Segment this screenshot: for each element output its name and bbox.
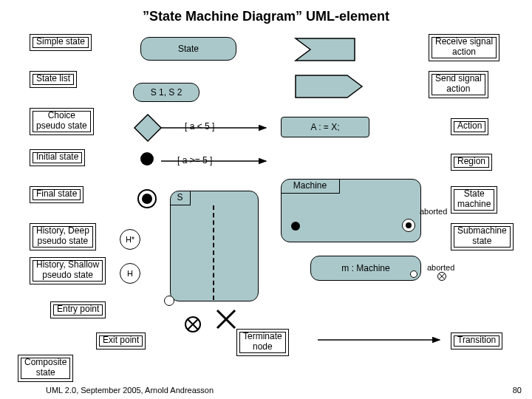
uml-exit-point xyxy=(185,316,201,332)
uml-s1s2-text: S 1, S 2 xyxy=(151,87,183,98)
label-action: Action xyxy=(451,118,488,135)
uml-action-text: A : = X; xyxy=(310,122,339,132)
label-composite-state: Composite state xyxy=(18,355,73,382)
uml-state-list: S 1, S 2 xyxy=(133,83,200,102)
svg-marker-0 xyxy=(296,38,355,61)
submachine-exit-stub xyxy=(410,270,417,278)
uml-composite-s xyxy=(170,191,259,301)
footer-text: UML 2.0, September 2005, Arnold Andreass… xyxy=(46,386,214,395)
svg-marker-2 xyxy=(134,115,161,141)
guard-alt5: [ a < 5 ] xyxy=(185,121,214,132)
svg-line-7 xyxy=(217,310,235,328)
label-exit-point: Exit point xyxy=(96,332,146,349)
uml-action-box: A : = X; xyxy=(281,117,369,137)
svg-line-8 xyxy=(217,310,235,328)
label-final-state: Final state xyxy=(30,186,83,203)
label-region: Region xyxy=(451,154,492,171)
uml-simple-state: State xyxy=(140,37,236,61)
page-title: ”State Machine Diagram” UML-element xyxy=(0,9,532,24)
label-history-shallow: History, Shallow pseudo state xyxy=(30,257,106,284)
uml-history-deep: H* xyxy=(120,229,140,250)
region-inner-initial xyxy=(291,222,300,231)
svg-marker-1 xyxy=(296,75,362,98)
uml-initial-state xyxy=(140,152,154,166)
uml-submachine: m : Machine xyxy=(310,256,421,281)
label-submachine-state: Submachine state xyxy=(451,223,514,250)
region-inner-final-dot xyxy=(406,222,412,228)
label-simple-state: Simple state xyxy=(30,34,92,51)
uml-entry-point xyxy=(164,296,174,306)
uml-machine-tab: Machine xyxy=(281,179,340,194)
label-initial-state: Initial state xyxy=(30,149,85,166)
aborted-2: aborted xyxy=(427,263,454,272)
uml-final-state-dot xyxy=(142,194,152,204)
label-receive-signal: Receive signal action xyxy=(429,34,499,61)
page-number: 80 xyxy=(513,386,522,395)
label-entry-point: Entry point xyxy=(50,301,106,318)
aborted-1: aborted xyxy=(420,207,447,216)
label-transition: Transition xyxy=(451,332,502,349)
label-state-machine: State machine xyxy=(451,186,497,214)
uml-submachine-text: m : Machine xyxy=(341,263,389,273)
label-state-list: State list xyxy=(30,71,77,88)
label-send-signal: Send signal action xyxy=(429,71,488,98)
uml-state-text: State xyxy=(178,44,199,54)
uml-region-divider xyxy=(213,205,214,300)
label-choice: Choice pseudo state xyxy=(30,108,94,135)
label-terminate-node: Terminate node xyxy=(236,329,289,356)
guard-age5: [ a >= 5 ] xyxy=(177,155,212,166)
label-history-deep: History, Deep pseudo state xyxy=(30,223,96,250)
uml-s-tab: S xyxy=(170,191,191,205)
aborted-exit-ring xyxy=(437,272,446,281)
uml-history-shallow: H xyxy=(120,263,140,284)
